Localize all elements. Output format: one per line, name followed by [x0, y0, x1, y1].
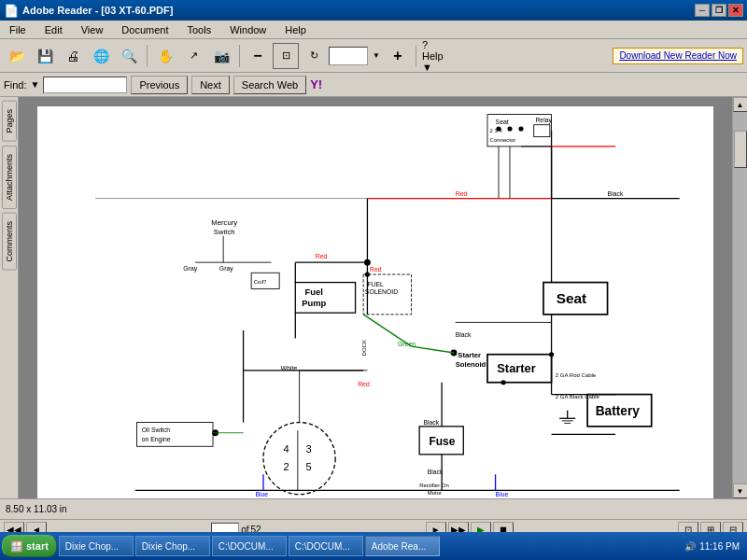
svg-text:Red: Red: [358, 381, 370, 387]
title-bar-left: 📄 Adobe Reader - [03 XT-60.PDF]: [4, 4, 173, 18]
taskbar-item-3[interactable]: C:\DOCUM...: [212, 536, 287, 556]
svg-text:Relay: Relay: [535, 117, 552, 124]
sidebar-tab-attachments[interactable]: Attachments: [2, 146, 17, 209]
email-button[interactable]: 🌐: [88, 43, 114, 69]
status-bar: 8.50 x 11.03 in: [0, 498, 747, 519]
sidebar-tab-comments[interactable]: Comments: [2, 213, 17, 271]
save-button[interactable]: 💾: [32, 43, 58, 69]
svg-text:Black: Black: [428, 469, 444, 475]
svg-text:SOLENOID: SOLENOID: [365, 288, 398, 295]
title-bar: 📄 Adobe Reader - [03 XT-60.PDF] ─ ❐ ✕: [0, 0, 747, 21]
select-tool-button[interactable]: ↗: [180, 43, 206, 69]
rotate-button[interactable]: ↻: [301, 43, 327, 69]
svg-text:Battery: Battery: [596, 404, 641, 418]
pdf-area: Seat 2 3 4 Connector Relay Mercury Switc…: [19, 97, 732, 498]
svg-point-71: [501, 380, 506, 385]
menu-view[interactable]: View: [76, 22, 109, 37]
system-tray: 🔊 11:16 PM: [679, 541, 745, 552]
zoom-dropdown-button[interactable]: ▼: [370, 43, 383, 69]
snapshot-button[interactable]: 📷: [208, 43, 234, 69]
taskbar-item-2[interactable]: Dixie Chop...: [135, 536, 210, 556]
svg-text:Gray: Gray: [219, 265, 233, 273]
hand-tool-button[interactable]: ✋: [152, 43, 178, 69]
zoom-input[interactable]: 125%: [329, 47, 368, 65]
open-button[interactable]: 📂: [4, 43, 30, 69]
svg-text:Blue: Blue: [255, 491, 268, 497]
svg-text:Fuse: Fuse: [429, 435, 455, 448]
menu-bar: File Edit View Document Tools Window Hel…: [0, 21, 747, 39]
find-next-button[interactable]: Next: [191, 76, 230, 94]
separator-3: [416, 45, 416, 67]
svg-text:Black: Black: [423, 419, 439, 426]
menu-document[interactable]: Document: [116, 22, 174, 37]
svg-text:Red: Red: [456, 190, 468, 197]
zoom-control: 125% ▼: [329, 43, 383, 69]
menu-help[interactable]: Help: [279, 22, 312, 37]
svg-text:4: 4: [283, 443, 289, 455]
svg-text:Seat: Seat: [557, 290, 587, 306]
find-input[interactable]: [43, 77, 127, 93]
taskbar: 🪟 start Dixie Chop... Dixie Chop... C:\D…: [0, 532, 747, 560]
svg-text:Connector: Connector: [490, 137, 516, 143]
close-button[interactable]: ✕: [728, 4, 743, 17]
toolbar: 📂 💾 🖨 🌐 🔍 ✋ ↗ 📷 − ⊡ ↻ 125% ▼ + ? Help ▼ …: [0, 39, 747, 73]
separator-2: [239, 45, 240, 67]
find-label: Find:: [4, 79, 26, 91]
svg-text:Oil Switch: Oil Switch: [142, 427, 171, 433]
find-prev-button[interactable]: Previous: [131, 76, 188, 94]
find-button[interactable]: 🔍: [116, 43, 142, 69]
zoom-in-button[interactable]: +: [385, 43, 411, 69]
taskbar-item-5[interactable]: Adobe Rea...: [365, 536, 440, 556]
svg-point-7: [518, 126, 523, 131]
svg-text:Coil?: Coil?: [254, 279, 267, 285]
minimize-button[interactable]: ─: [695, 4, 710, 17]
svg-text:Pump: Pump: [302, 298, 326, 308]
scroll-up-button[interactable]: ▲: [733, 97, 748, 112]
fit-button[interactable]: ⊡: [273, 43, 299, 69]
taskbar-item-4[interactable]: C:\DOCUM...: [289, 536, 363, 556]
svg-text:Red: Red: [316, 253, 328, 259]
yahoo-icon[interactable]: Y!: [310, 77, 322, 91]
svg-text:FUEL: FUEL: [367, 281, 384, 287]
restore-button[interactable]: ❐: [712, 4, 726, 17]
menu-edit[interactable]: Edit: [39, 22, 68, 37]
right-scrollbar: ▲ ▼: [732, 97, 747, 498]
page-dimensions: 8.50 x 11.03 in: [6, 504, 67, 514]
find-bar: Find: ▼ Previous Next Search Web Y!: [0, 73, 747, 97]
wiring-diagram: Seat 2 3 4 Connector Relay Mercury Switc…: [37, 106, 713, 498]
left-sidebar: Pages Attachments Comments: [0, 97, 19, 498]
print-button[interactable]: 🖨: [60, 43, 86, 69]
scroll-down-button[interactable]: ▼: [733, 483, 748, 498]
find-dropdown-button[interactable]: ▼: [30, 79, 39, 90]
start-label: start: [26, 540, 49, 552]
search-web-button[interactable]: Search Web: [233, 76, 306, 94]
app-icon: 📄: [4, 4, 19, 18]
svg-text:Seat: Seat: [496, 119, 509, 125]
sidebar-tab-pages[interactable]: Pages: [2, 101, 17, 142]
svg-text:Blue: Blue: [496, 491, 509, 497]
menu-window[interactable]: Window: [224, 22, 272, 37]
svg-text:Rectifier On: Rectifier On: [419, 483, 449, 488]
start-button[interactable]: 🪟 start: [2, 535, 57, 557]
zoom-out-button[interactable]: −: [245, 43, 271, 69]
svg-text:Starter: Starter: [497, 361, 535, 375]
svg-text:5: 5: [305, 461, 311, 472]
svg-point-6: [507, 126, 512, 131]
download-reader-button[interactable]: Download New Reader Now: [613, 48, 743, 64]
title-bar-controls: ─ ❐ ✕: [695, 4, 743, 17]
menu-file[interactable]: File: [4, 22, 32, 37]
svg-text:DOCK: DOCK: [361, 340, 367, 356]
svg-text:2 GA Rod Cable: 2 GA Rod Cable: [556, 372, 597, 378]
start-icon: 🪟: [10, 540, 23, 553]
svg-point-70: [549, 352, 554, 357]
taskbar-item-1[interactable]: Dixie Chop...: [59, 536, 134, 556]
tray-time: 11:16 PM: [699, 541, 740, 552]
svg-text:Fuel: Fuel: [305, 287, 323, 297]
help-button[interactable]: ? Help ▼: [421, 43, 447, 69]
scroll-thumb[interactable]: [734, 131, 747, 168]
tray-icon-speaker: 🔊: [684, 541, 696, 552]
svg-text:3: 3: [305, 443, 311, 455]
svg-text:Solenoid: Solenoid: [456, 360, 486, 369]
svg-text:on Engine: on Engine: [142, 436, 171, 443]
menu-tools[interactable]: Tools: [182, 22, 218, 37]
